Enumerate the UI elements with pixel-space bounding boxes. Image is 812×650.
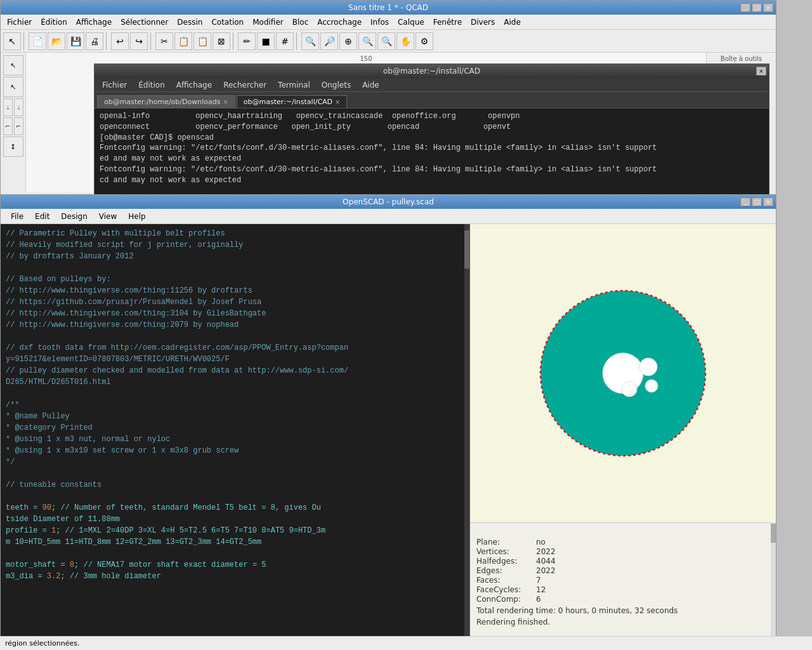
terminal-menu-rechercher[interactable]: Rechercher bbox=[218, 79, 272, 91]
qcad-menu-fichier[interactable]: Fichier bbox=[3, 17, 36, 28]
bottom-bar-text: région sélectionnées. bbox=[5, 639, 79, 647]
terminal-tab-2-label: ob@master:~/install/CAD bbox=[244, 98, 332, 106]
qcad-tool-pan[interactable]: ✋ bbox=[396, 32, 414, 50]
qcad-menu-accrochage[interactable]: Accrochage bbox=[313, 17, 365, 28]
qcad-tool-cut[interactable]: ✂ bbox=[155, 32, 173, 50]
qcad-menu-fenetre[interactable]: Fenêtre bbox=[429, 17, 466, 28]
terminal-menu-fichier[interactable]: Fichier bbox=[97, 79, 132, 91]
qcad-tool-grid[interactable]: # bbox=[276, 32, 294, 50]
stats-conncomp-label: ConnComp: bbox=[476, 595, 534, 604]
qcad-menu-edition[interactable]: Édition bbox=[37, 17, 71, 28]
code-line-11: // pulley diameter checked and modelled … bbox=[6, 365, 464, 376]
term-line-1: openal-info opencv_haartraining opencv_t… bbox=[100, 111, 764, 122]
openscad-window: OpenSCAD - pulley.scad _ □ × File Edit D… bbox=[0, 194, 776, 650]
qcad-menu-infos[interactable]: Infos bbox=[367, 17, 393, 28]
qcad-sep-3 bbox=[150, 32, 153, 50]
qcad-left-tool-5[interactable]: ↕ bbox=[3, 136, 23, 157]
openscad-close-btn[interactable]: × bbox=[763, 197, 773, 206]
terminal-tab-1[interactable]: ob@master:/home/ob/Downloads × bbox=[97, 95, 235, 108]
qcad-menu-affichage[interactable]: Affichage bbox=[72, 17, 115, 28]
qcad-menu-aide[interactable]: Aide bbox=[500, 17, 525, 28]
openscad-menu-help[interactable]: Help bbox=[123, 211, 150, 222]
stats-scroll-thumb[interactable] bbox=[771, 524, 776, 543]
qcad-left-tool-3a[interactable]: ⟂ bbox=[3, 98, 13, 116]
openscad-maximize-btn[interactable]: □ bbox=[752, 197, 762, 206]
stats-conncomp-value: 6 bbox=[536, 595, 541, 604]
qcad-left-tool-2[interactable]: ↖ bbox=[3, 77, 23, 97]
qcad-tool-zoom-fit[interactable]: ⊕ bbox=[339, 32, 357, 50]
qcad-tool-zoom-window[interactable]: 🔍 bbox=[358, 32, 376, 50]
terminal-menu-aide[interactable]: Aide bbox=[357, 79, 384, 91]
stats-halfedges-value: 4044 bbox=[536, 557, 556, 566]
code-line-2: // Heavily modified script for j printer… bbox=[6, 239, 464, 251]
openscad-menubar: File Edit Design View Help bbox=[1, 209, 776, 224]
code-line-24: motor_shaft = 8; // NEMA17 motor shaft e… bbox=[6, 559, 464, 571]
openscad-menu-edit[interactable]: Edit bbox=[30, 211, 55, 222]
qcad-maximize-btn[interactable]: □ bbox=[752, 3, 762, 12]
terminal-menubar: Fichier Édition Affichage Rechercher Ter… bbox=[95, 78, 769, 92]
qcad-menu-modifier[interactable]: Modifier bbox=[249, 17, 287, 28]
code-line-blank-4 bbox=[6, 468, 464, 479]
qcad-menu-divers[interactable]: Divers bbox=[467, 17, 499, 28]
qcad-tool-zoom-out[interactable]: 🔎 bbox=[320, 32, 338, 50]
qcad-tool-pen[interactable]: ✏ bbox=[238, 32, 256, 50]
qcad-tool-new[interactable]: 📄 bbox=[29, 32, 46, 50]
qcad-tool-zoom-in[interactable]: 🔍 bbox=[301, 32, 319, 50]
openscad-menu-view[interactable]: View bbox=[94, 211, 122, 222]
qcad-tool-save[interactable]: 💾 bbox=[67, 32, 84, 50]
qcad-close-btn[interactable]: × bbox=[763, 3, 773, 12]
code-line-7: // http://www.thingiverse.com/thing:3104… bbox=[6, 308, 464, 319]
qcad-menu-dessin[interactable]: Dessin bbox=[173, 17, 206, 28]
qcad-left-tool-3b[interactable]: ⟂ bbox=[14, 98, 23, 116]
qcad-tool-arrow[interactable]: ↖ bbox=[3, 32, 21, 50]
qcad-tool-paste[interactable]: 📋 bbox=[193, 32, 211, 50]
stats-vertices-label: Vertices: bbox=[476, 547, 534, 556]
qcad-tool-settings[interactable]: ⚙ bbox=[416, 32, 433, 50]
qcad-minimize-btn[interactable]: _ bbox=[740, 3, 750, 12]
qcad-menu-cotation[interactable]: Cotation bbox=[207, 17, 247, 28]
stats-halfedges-label: Halfedges: bbox=[476, 557, 534, 566]
qcad-sep-1 bbox=[23, 32, 26, 50]
terminal-tab-2[interactable]: ob@master:~/install/CAD × bbox=[237, 95, 348, 108]
openscad-menu-design[interactable]: Design bbox=[56, 211, 92, 222]
terminal-menu-edition[interactable]: Édition bbox=[133, 79, 170, 91]
stats-faces-value: 7 bbox=[536, 576, 541, 585]
qcad-tool-redo[interactable]: ↪ bbox=[130, 32, 148, 50]
qcad-left-tool-4b[interactable]: ⌐ bbox=[14, 117, 23, 135]
qcad-menu-selectionner[interactable]: Sélectionner bbox=[117, 17, 172, 28]
code-line-16: * @using 1 x m3 nut, normal or nyloc bbox=[6, 434, 464, 445]
terminal-tab-1-close[interactable]: × bbox=[223, 98, 228, 105]
stats-scrollbar[interactable] bbox=[771, 522, 776, 649]
openscad-stats-wrap: Plane: no Vertices: 2022 Halfedges: 4044… bbox=[470, 522, 776, 649]
terminal-titlebar: ob@master:~/install/CAD × bbox=[95, 64, 769, 78]
openscad-minimize-btn[interactable]: _ bbox=[740, 197, 750, 206]
qcad-left-tool-1[interactable]: ↖ bbox=[3, 55, 23, 76]
editor-scroll-thumb[interactable] bbox=[464, 230, 469, 269]
terminal-menu-terminal[interactable]: Terminal bbox=[273, 79, 315, 91]
openscad-editor[interactable]: // Parametric Pulley with multiple belt … bbox=[1, 224, 470, 649]
stats-edges-value: 2022 bbox=[536, 566, 556, 575]
qcad-left-tool-4a[interactable]: ⌐ bbox=[3, 117, 13, 135]
qcad-tool-open[interactable]: 📂 bbox=[48, 32, 65, 50]
terminal-close-btn[interactable]: × bbox=[756, 67, 766, 76]
qcad-tool-delete[interactable]: ⊠ bbox=[213, 32, 230, 50]
openscad-menu-file[interactable]: File bbox=[6, 211, 29, 222]
term-line-3: [ob@master CAD]$ openscad bbox=[100, 133, 764, 143]
qcad-titlebar: Sans titre 1 * - QCAD _ □ × bbox=[1, 1, 776, 15]
qcad-tool-zoom-prev[interactable]: 🔍 bbox=[377, 32, 395, 50]
qcad-tool-fill[interactable]: ■ bbox=[257, 32, 275, 50]
openscad-viewport: ↖ bbox=[470, 224, 776, 522]
editor-scrollbar[interactable] bbox=[464, 224, 469, 649]
qcad-menu-calque[interactable]: Calque bbox=[394, 17, 428, 28]
qcad-menu-bloc[interactable]: Bloc bbox=[289, 17, 313, 28]
qcad-tool-print[interactable]: 🖨 bbox=[86, 32, 103, 50]
qcad-tool-undo[interactable]: ↩ bbox=[111, 32, 129, 50]
qcad-ruler-left bbox=[29, 65, 41, 154]
qcad-tool-copy[interactable]: 📋 bbox=[174, 32, 192, 50]
terminal-menu-onglets[interactable]: Onglets bbox=[317, 79, 356, 91]
code-line-blank-5 bbox=[6, 491, 464, 502]
terminal-tab-2-close[interactable]: × bbox=[335, 98, 340, 105]
terminal-tab-1-label: ob@master:/home/ob/Downloads bbox=[104, 98, 220, 106]
qcad-sep-4 bbox=[233, 32, 235, 50]
terminal-menu-affichage[interactable]: Affichage bbox=[171, 79, 217, 91]
